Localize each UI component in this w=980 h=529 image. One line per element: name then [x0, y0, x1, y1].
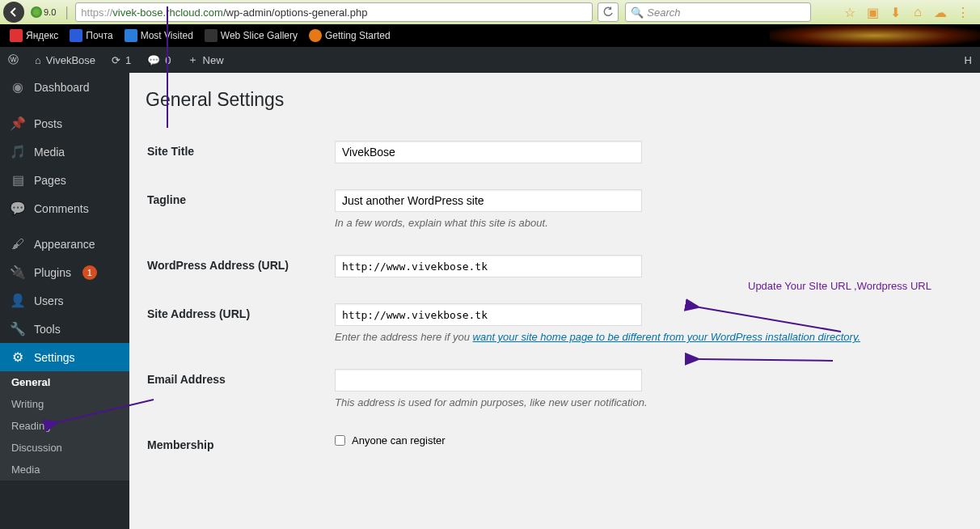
- menu-media[interactable]: 🎵Media: [0, 138, 129, 166]
- url-host: vivek-bose.rhcloud.com: [112, 6, 223, 19]
- comment-icon: 💬: [10, 201, 26, 216]
- howdy-link[interactable]: H: [957, 47, 980, 73]
- membership-checkbox[interactable]: [335, 435, 345, 446]
- bookmarks-bar: Яндекс Почта Most Visited Web Slice Gall…: [0, 24, 980, 47]
- page-load-badge: 9.0: [27, 6, 59, 18]
- browser-chrome: 9.0 │ https://vivek-bose.rhcloud.com/wp-…: [0, 0, 980, 47]
- wordpress-icon: ⓦ: [8, 53, 19, 67]
- menu-settings[interactable]: ⚙Settings: [0, 343, 129, 371]
- wp-logo[interactable]: ⓦ: [0, 47, 27, 73]
- media-icon: 🎵: [10, 144, 26, 159]
- url-protocol: https://: [81, 6, 112, 19]
- wp-address-input[interactable]: [335, 255, 642, 277]
- slice-icon: [205, 29, 218, 42]
- yandex-icon: [10, 29, 23, 42]
- site-address-input[interactable]: [335, 303, 642, 326]
- bookmark-mail[interactable]: Почта: [65, 29, 117, 42]
- address-bar-row: 9.0 │ https://vivek-bose.rhcloud.com/wp-…: [0, 0, 980, 24]
- bookmark-web-slice[interactable]: Web Slice Gallery: [200, 29, 302, 42]
- update-icon: ⟳: [112, 54, 120, 66]
- dashboard-icon: ◉: [10, 79, 26, 95]
- wp-admin-bar: ⓦ ⌂VivekBose ⟳1 💬0 ＋New H: [0, 47, 980, 73]
- annotation-label: Update Your SIte URL ,Wordpress URL: [748, 280, 931, 292]
- browser-toolbar-icons: ☆ ▣ ⬇ ⌂ ☁ ⋮: [843, 5, 980, 19]
- site-title-label: Site Title: [147, 129, 325, 176]
- mail-icon: [70, 29, 82, 42]
- settings-icon: ⚙: [10, 349, 26, 365]
- settings-form-table: Site Title Tagline In a few words, expla…: [146, 127, 964, 469]
- tagline-label: Tagline: [147, 177, 325, 241]
- browser-search-input[interactable]: 🔍 Search: [625, 2, 811, 22]
- user-icon: 👤: [10, 293, 26, 308]
- menu-icon[interactable]: ⋮: [956, 5, 970, 19]
- tagline-description: In a few words, explain what this site i…: [335, 217, 954, 229]
- openshift-icon: [31, 6, 42, 18]
- back-button[interactable]: [3, 2, 24, 23]
- site-address-label: Site Address (URL): [147, 291, 325, 355]
- comment-icon: 💬: [147, 54, 160, 66]
- download-icon[interactable]: ⬇: [888, 5, 902, 19]
- extension-icon[interactable]: ▣: [865, 5, 880, 19]
- page-title: General Settings: [146, 89, 964, 111]
- page-icon: ▤: [10, 172, 26, 188]
- content-area: General Settings Site Title Tagline In a…: [129, 73, 980, 529]
- email-input[interactable]: [335, 369, 642, 391]
- menu-pages[interactable]: ▤Pages: [0, 166, 129, 194]
- tagline-input[interactable]: [335, 189, 642, 212]
- folder-icon: [125, 29, 137, 42]
- submenu-discussion[interactable]: Discussion: [0, 437, 129, 459]
- pin-icon: 📌: [10, 116, 26, 131]
- bookmark-getting-started[interactable]: Getting Started: [304, 29, 395, 42]
- menu-users[interactable]: 👤Users: [0, 286, 129, 315]
- url-path: /wp-admin/options-general.php: [223, 6, 368, 19]
- admin-menu: ◉Dashboard 📌Posts 🎵Media ▤Pages 💬Comment…: [0, 73, 129, 529]
- separator-icon: │: [59, 6, 75, 19]
- new-content-link[interactable]: ＋New: [180, 47, 232, 73]
- star-icon[interactable]: ☆: [843, 5, 857, 19]
- plugin-count-badge: 1: [82, 265, 97, 280]
- menu-plugins[interactable]: 🔌Plugins1: [0, 258, 129, 286]
- menu-tools[interactable]: 🔧Tools: [0, 315, 129, 343]
- email-label: Email Address: [147, 357, 325, 421]
- menu-comments[interactable]: 💬Comments: [0, 194, 129, 222]
- updates-link[interactable]: ⟳1: [103, 47, 139, 73]
- submenu-media[interactable]: Media: [0, 459, 129, 480]
- bookmark-yandex[interactable]: Яндекс: [5, 29, 63, 42]
- home-icon: ⌂: [35, 54, 41, 66]
- site-name-link[interactable]: ⌂VivekBose: [27, 47, 103, 73]
- brush-icon: 🖌: [10, 237, 26, 252]
- plus-icon: ＋: [188, 53, 198, 67]
- wp-address-label: WordPress Address (URL): [147, 243, 325, 290]
- membership-label: Membership: [147, 422, 325, 468]
- membership-checkbox-label: Anyone can register: [352, 434, 446, 446]
- search-placeholder: Search: [647, 6, 680, 19]
- site-title-input[interactable]: [335, 141, 642, 163]
- search-icon: 🔍: [631, 6, 644, 19]
- plugin-icon: 🔌: [10, 264, 26, 280]
- email-description: This address is used for admin purposes,…: [335, 396, 954, 408]
- chat-icon[interactable]: ☁: [933, 5, 948, 19]
- reload-button[interactable]: [598, 2, 619, 22]
- submenu-general[interactable]: General: [0, 371, 129, 393]
- site-address-description: Enter the address here if you want your …: [335, 331, 954, 343]
- load-time: 9.0: [44, 7, 56, 17]
- url-field[interactable]: https://vivek-bose.rhcloud.com/wp-admin/…: [75, 2, 593, 22]
- arrow-left-icon: [8, 6, 19, 18]
- reload-icon: [602, 6, 614, 18]
- menu-posts[interactable]: 📌Posts: [0, 109, 129, 138]
- menu-dashboard[interactable]: ◉Dashboard: [0, 73, 129, 101]
- submenu-reading[interactable]: Reading: [0, 415, 129, 437]
- settings-submenu: General Writing Reading Discussion Media: [0, 371, 129, 480]
- firefox-icon: [309, 29, 322, 42]
- comments-link[interactable]: 💬0: [139, 47, 179, 73]
- bookmark-most-visited[interactable]: Most Visited: [120, 29, 198, 42]
- menu-appearance[interactable]: 🖌Appearance: [0, 231, 129, 258]
- site-address-help-link[interactable]: want your site home page to be different…: [473, 331, 861, 343]
- wrench-icon: 🔧: [10, 321, 26, 336]
- submenu-writing[interactable]: Writing: [0, 393, 129, 415]
- home-icon[interactable]: ⌂: [910, 5, 925, 19]
